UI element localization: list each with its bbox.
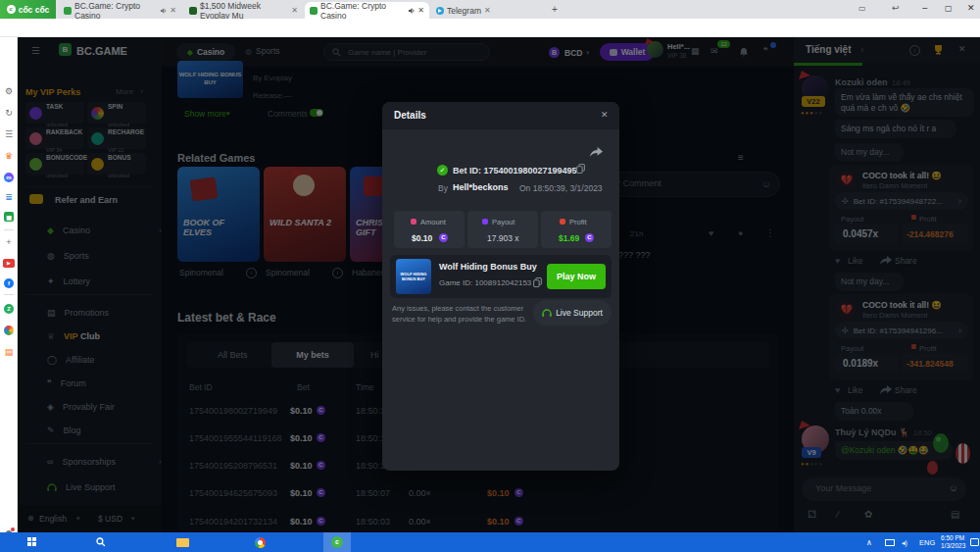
- notification-badge-dot: [11, 527, 15, 531]
- tab-label: BC.Game: Crypto Casino: [320, 1, 405, 21]
- stat-value: $0.10: [412, 234, 432, 243]
- play-now-label: Play Now: [557, 272, 596, 281]
- browser-toolbar: ← → ↻ bc.game/game/wolf-hiding-bonus-buy…: [0, 19, 980, 37]
- telegram-favicon: [436, 7, 444, 15]
- taskbar-search-icon[interactable]: [96, 537, 106, 547]
- play-now-button[interactable]: Play Now: [547, 264, 606, 289]
- action-center-icon[interactable]: [970, 538, 979, 546]
- live-support-button[interactable]: Live Support: [533, 300, 612, 326]
- copy-icon[interactable]: [576, 164, 585, 174]
- forum-favicon: [189, 7, 197, 15]
- screen: c cốc cốc BC.Game: Crypto Casino ✕ $1,50…: [0, 0, 980, 552]
- bettor-username[interactable]: Hell*beckons: [453, 183, 509, 192]
- stat-amount: Amount $0.10 C: [394, 211, 465, 248]
- bcgame-favicon: [64, 7, 72, 15]
- profit-icon: [560, 219, 565, 225]
- verified-check-icon: ✓: [437, 165, 448, 176]
- bet-timestamp: On 18:50:39, 3/1/2023: [519, 184, 603, 193]
- brand-label: cốc cốc: [19, 5, 50, 15]
- coin-icon: C: [439, 233, 448, 242]
- modal-game-title: Wolf Hiding Bonus Buy: [439, 263, 537, 272]
- stat-value: $1.69: [559, 234, 579, 243]
- live-support-label: Live Support: [556, 308, 603, 318]
- coin-icon: C: [585, 233, 594, 242]
- modal-close-icon[interactable]: ✕: [601, 111, 609, 120]
- coccoc-side-rail: ⚙ ↻ ☰ ♛ m ≣ ▦ + ▶ f Z ▤ ⋯: [0, 37, 18, 532]
- bet-details-modal: Details ✕ ✓ Bet ID: 1754001980027199495 …: [382, 102, 619, 471]
- youtube-icon[interactable]: ▶: [3, 259, 15, 268]
- stat-label: Amount: [420, 219, 446, 226]
- tray-date: 1/3/2023: [941, 543, 965, 550]
- settings-gear-icon[interactable]: ⚙: [0, 86, 18, 96]
- modal-game-id: Game ID: 1008912042153: [439, 279, 531, 287]
- tray-language[interactable]: ENG: [919, 539, 935, 547]
- browser-tab-4[interactable]: Telegram ✕: [431, 2, 545, 19]
- tray-expand-icon[interactable]: ∧: [866, 539, 872, 547]
- facebook-icon[interactable]: f: [4, 278, 14, 288]
- game-center-icon[interactable]: ▦: [4, 212, 14, 222]
- history-icon[interactable]: ↻: [0, 108, 18, 118]
- file-explorer-icon[interactable]: [176, 538, 189, 547]
- payout-icon: [482, 219, 488, 225]
- new-tab-button[interactable]: +: [552, 5, 558, 15]
- browser-tab-1[interactable]: BC.Game: Crypto Casino ✕: [59, 2, 181, 19]
- windows-taskbar: c ∧ ◂) ENG 6:50 PM 1/3/2023: [0, 532, 980, 552]
- messenger-icon[interactable]: m: [4, 173, 14, 182]
- shopping-cart-icon[interactable]: ▤: [0, 347, 18, 357]
- tray-network-icon[interactable]: [885, 539, 895, 546]
- modal-header: Details ✕: [382, 102, 619, 129]
- reading-list-icon[interactable]: ☰: [0, 129, 18, 139]
- browser-tab-2[interactable]: $1,500 Midweek Evoplay Mu ✕: [184, 2, 303, 19]
- window-maximize-button[interactable]: ▢: [945, 5, 953, 13]
- copy-icon[interactable]: [533, 277, 542, 287]
- window-minimize-button[interactable]: −: [922, 4, 928, 14]
- news-feed-icon[interactable]: ≣: [0, 192, 18, 202]
- tab-close-icon[interactable]: ✕: [170, 6, 176, 15]
- window-close-button[interactable]: ✕: [967, 4, 975, 13]
- modal-bet-id: Bet ID: 1754001980027199495: [453, 167, 577, 176]
- tab-close-icon[interactable]: ✕: [484, 6, 491, 15]
- stat-payout: Payout 17.903 x: [467, 211, 538, 248]
- colorful-app-icon[interactable]: [4, 326, 14, 335]
- stat-profit: Profit $1.69 C: [541, 211, 612, 248]
- tab-close-icon[interactable]: ✕: [291, 6, 298, 15]
- bcgame-favicon: [310, 7, 318, 15]
- start-button[interactable]: [27, 537, 36, 546]
- share-bet-icon[interactable]: [590, 147, 603, 158]
- rail-divider: [4, 294, 14, 295]
- chrome-taskbar-icon[interactable]: [255, 537, 266, 548]
- coccoc-taskbar-icon: c: [331, 536, 343, 548]
- stat-value: 17.903 x: [487, 234, 519, 243]
- coccoc-logo-icon: c: [7, 5, 16, 14]
- crown-vip-icon[interactable]: ♛: [0, 151, 18, 161]
- stat-label: Payout: [492, 219, 514, 226]
- browser-tab-3-active[interactable]: BC.Game: Crypto Casino ✕: [305, 2, 429, 19]
- browser-tabstrip: c cốc cốc BC.Game: Crypto Casino ✕ $1,50…: [0, 0, 980, 19]
- tab-audio-icon: [408, 7, 415, 15]
- tray-volume-icon[interactable]: ◂): [902, 539, 907, 546]
- history-back-icon[interactable]: ↩: [892, 4, 900, 13]
- tab-label: Telegram: [447, 6, 481, 16]
- support-note: Any issues, please contact the customer …: [392, 304, 529, 325]
- by-label: By: [438, 184, 448, 193]
- pip-icon[interactable]: ▭: [858, 5, 866, 13]
- headset-icon: [542, 309, 552, 318]
- stat-label: Profit: [569, 219, 587, 226]
- rail-divider: [4, 229, 14, 230]
- modal-game-card: WOLF HIDINGBONUS BUY Wolf Hiding Bonus B…: [390, 255, 612, 298]
- tab-close-icon[interactable]: ✕: [417, 6, 424, 15]
- tab-audio-icon: [160, 7, 167, 15]
- tab-label: $1,500 Midweek Evoplay Mu: [200, 1, 288, 21]
- add-shortcut-icon[interactable]: +: [0, 237, 18, 247]
- coccoc-brand[interactable]: c cốc cốc: [0, 0, 56, 19]
- zalo-icon[interactable]: Z: [4, 304, 14, 314]
- modal-title: Details: [394, 111, 426, 121]
- amount-icon: [411, 219, 416, 225]
- tray-time[interactable]: 6:50 PM: [941, 535, 964, 542]
- game-thumbnail[interactable]: WOLF HIDINGBONUS BUY: [396, 259, 431, 294]
- thumb-text: WOLF HIDINGBONUS BUY: [401, 272, 427, 281]
- tab-label: BC.Game: Crypto Casino: [74, 1, 157, 21]
